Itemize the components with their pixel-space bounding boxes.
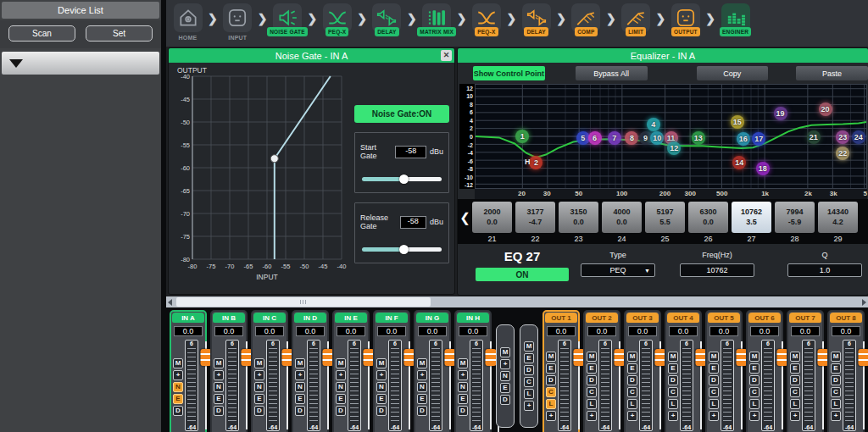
- eq-control-point[interactable]: 20: [819, 102, 832, 116]
- channel-strip-out-8[interactable]: OUT 80.0MEDCL+6-64: [827, 310, 865, 432]
- strip-button-M[interactable]: M: [790, 352, 800, 362]
- strip-button-D[interactable]: D: [376, 406, 387, 416]
- strip-button-+[interactable]: +: [627, 411, 637, 421]
- strip-button-D[interactable]: D: [254, 406, 264, 416]
- strip-button-N[interactable]: N: [254, 382, 264, 392]
- strip-button-M[interactable]: M: [546, 352, 556, 362]
- strip-button-D[interactable]: D: [831, 375, 841, 385]
- strip-button-L[interactable]: L: [790, 399, 800, 409]
- strip-button-D[interactable]: D: [749, 375, 760, 385]
- strip-button-C[interactable]: C: [709, 387, 719, 397]
- strip-button-+[interactable]: +: [709, 411, 719, 421]
- bypass-all-button[interactable]: Bypass All: [576, 66, 648, 80]
- strip-button-E[interactable]: E: [668, 363, 678, 374]
- strip-button-D[interactable]: D: [546, 375, 556, 385]
- eq-control-point[interactable]: 21: [807, 130, 821, 144]
- strip-button-D[interactable]: D: [417, 406, 427, 416]
- show-control-point-button[interactable]: Show Control Point: [473, 66, 545, 80]
- eq-control-point[interactable]: 4: [647, 118, 660, 131]
- scan-button[interactable]: Scan: [8, 25, 75, 42]
- channel-strip-in-b[interactable]: IN B0.0M+NED6-64: [210, 310, 248, 432]
- strip-button-M[interactable]: M: [524, 341, 534, 352]
- scroll-left-icon[interactable]: [168, 299, 172, 306]
- channel-label[interactable]: OUT 8: [830, 313, 862, 323]
- channel-gain-value[interactable]: 0.0: [214, 326, 243, 336]
- strip-button-M[interactable]: M: [295, 358, 305, 368]
- channel-gain-value[interactable]: 0.0: [709, 326, 738, 336]
- strip-button-C[interactable]: C: [627, 387, 637, 397]
- eq-control-point[interactable]: 22: [836, 147, 849, 160]
- strip-button-C[interactable]: C: [831, 387, 841, 397]
- strip-button-N[interactable]: N: [458, 382, 468, 392]
- strip-button-L[interactable]: L: [627, 399, 637, 409]
- strip-button-E[interactable]: E: [790, 363, 800, 374]
- channel-strip-in-c[interactable]: IN C0.0M+NED6-64: [251, 310, 288, 432]
- channel-gain-value[interactable]: 0.0: [832, 326, 860, 336]
- channel-label[interactable]: IN D: [294, 313, 326, 323]
- strip-button-C[interactable]: C: [587, 387, 597, 397]
- strip-button-C[interactable]: C: [668, 387, 678, 397]
- channel-strip-in-e[interactable]: IN E0.0M+NED6-64: [332, 310, 370, 432]
- strip-button-L[interactable]: L: [668, 399, 678, 409]
- channel-label[interactable]: IN E: [335, 313, 367, 323]
- channel-label[interactable]: OUT 6: [748, 313, 781, 323]
- strip-button-N[interactable]: N: [376, 382, 387, 392]
- strip-button-E[interactable]: E: [627, 363, 637, 374]
- strip-button-M[interactable]: M: [749, 352, 760, 362]
- channel-label[interactable]: IN G: [416, 313, 448, 323]
- channel-label[interactable]: OUT 1: [545, 313, 577, 323]
- channel-strip-out-5[interactable]: OUT 50.0MEDCL+6-64: [705, 310, 743, 432]
- channel-label[interactable]: IN H: [457, 313, 489, 323]
- eq-control-point[interactable]: 14: [732, 156, 746, 169]
- strip-button-C[interactable]: C: [524, 377, 534, 387]
- strip-button-D[interactable]: D: [458, 406, 468, 416]
- eq-control-point[interactable]: 1: [515, 130, 529, 143]
- eq-band-cell[interactable]: 143404.2: [818, 202, 858, 233]
- channel-label[interactable]: OUT 2: [586, 313, 618, 323]
- strip-button-M[interactable]: M: [214, 358, 224, 368]
- channel-gain-value[interactable]: 0.0: [547, 326, 576, 336]
- eq-control-point[interactable]: 2H: [529, 156, 542, 169]
- strip-button-E[interactable]: E: [214, 394, 224, 404]
- eq-control-point[interactable]: 17: [752, 132, 765, 146]
- toolbar-item-engineer[interactable]: ENGINER: [715, 2, 755, 36]
- channel-strip-out-6[interactable]: OUT 60.0MEDCL+6-64: [746, 310, 783, 432]
- strip-button-+[interactable]: +: [524, 401, 534, 411]
- strip-button-C[interactable]: C: [790, 387, 800, 397]
- set-button[interactable]: Set: [86, 25, 153, 42]
- strip-button-L[interactable]: L: [524, 389, 534, 399]
- strip-button-E[interactable]: E: [295, 394, 305, 404]
- scroll-right-icon[interactable]: [862, 299, 866, 306]
- eq-band-cell[interactable]: 40000.0: [602, 202, 642, 233]
- channel-strip-in-h[interactable]: IN H0.0M+NED6-64: [454, 310, 492, 432]
- channel-gain-value[interactable]: 0.0: [459, 326, 487, 336]
- fader-knob[interactable]: [858, 349, 868, 366]
- strip-button-+[interactable]: +: [336, 370, 346, 380]
- channel-gain-value[interactable]: 0.0: [174, 326, 203, 336]
- eq-on-button[interactable]: ON: [476, 268, 569, 281]
- strip-button-M[interactable]: M: [627, 352, 637, 362]
- strip-button-L[interactable]: L: [831, 399, 841, 409]
- strip-button-M[interactable]: M: [709, 352, 719, 362]
- strip-button-+[interactable]: +: [295, 370, 305, 380]
- channel-label[interactable]: IN B: [213, 313, 245, 323]
- channel-gain-value[interactable]: 0.0: [296, 326, 325, 336]
- strip-button-L[interactable]: L: [749, 399, 760, 409]
- channel-strip-out-4[interactable]: OUT 40.0MEDCL+6-64: [665, 310, 702, 432]
- strip-button-+[interactable]: +: [173, 370, 183, 380]
- release-gate-input[interactable]: -58: [400, 216, 426, 229]
- strip-button-E[interactable]: E: [709, 363, 719, 374]
- strip-button-N[interactable]: N: [173, 382, 183, 392]
- q-input[interactable]: 1.0: [787, 263, 862, 277]
- toolbar-item-output[interactable]: OUTPUT: [665, 2, 705, 36]
- strip-button-M[interactable]: M: [336, 358, 346, 368]
- channel-gain-value[interactable]: 0.0: [750, 326, 779, 336]
- eq-control-point[interactable]: 7: [608, 131, 621, 145]
- copy-button[interactable]: Copy: [697, 66, 769, 80]
- toolbar-item-input[interactable]: INPUT: [218, 2, 258, 42]
- channel-gain-value[interactable]: 0.0: [669, 326, 698, 336]
- eq-band-cell[interactable]: 63000.0: [688, 202, 728, 233]
- mixer-scrollbar[interactable]: [166, 296, 868, 307]
- eq-control-point[interactable]: 6: [588, 131, 602, 145]
- slider-thumb[interactable]: [399, 174, 409, 184]
